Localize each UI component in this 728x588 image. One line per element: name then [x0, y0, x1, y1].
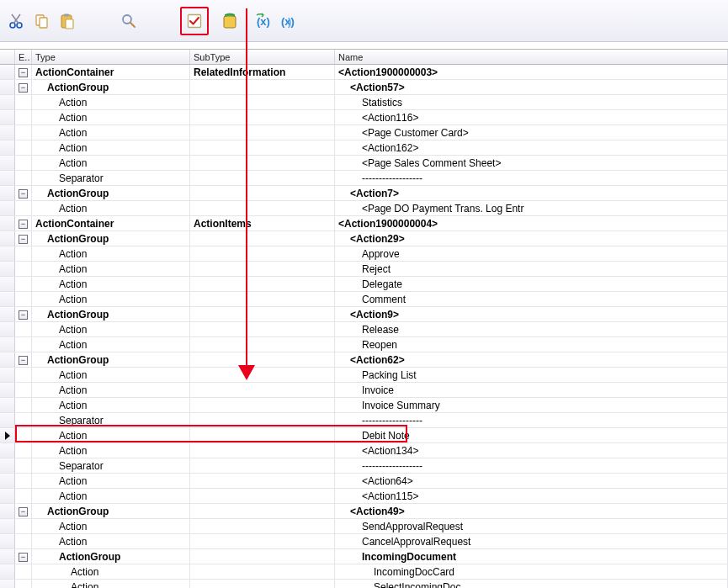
name-cell[interactable]: Reopen: [335, 337, 728, 352]
subtype-cell[interactable]: [190, 322, 335, 336]
type-cell[interactable]: Action: [32, 474, 190, 488]
table-row[interactable]: ActionRelease: [0, 322, 728, 337]
name-cell[interactable]: SendApprovalRequest: [335, 519, 728, 533]
subtype-cell[interactable]: [190, 443, 335, 458]
subtype-cell[interactable]: [190, 519, 335, 533]
name-cell[interactable]: <Page Customer Card>: [335, 125, 728, 140]
table-row[interactable]: −ActionGroup<Action62>: [0, 352, 728, 368]
type-cell[interactable]: Action: [32, 156, 190, 170]
table-row[interactable]: Action<Action115>: [0, 489, 728, 504]
type-cell[interactable]: Action: [32, 277, 190, 291]
subtype-cell[interactable]: [190, 489, 335, 503]
table-row[interactable]: ActionInvoice Summary: [0, 398, 728, 413]
expand-cell[interactable]: −: [15, 307, 32, 321]
type-cell[interactable]: Action: [32, 337, 190, 352]
table-row[interactable]: Action<Page DO Payment Trans. Log Entr: [0, 201, 728, 216]
subtype-cell[interactable]: [190, 564, 335, 579]
row-gutter[interactable]: [0, 201, 15, 215]
type-cell[interactable]: Action: [32, 246, 190, 261]
name-cell[interactable]: <Action62>: [335, 352, 728, 367]
row-gutter[interactable]: [0, 489, 15, 503]
search-button[interactable]: [118, 10, 140, 32]
table-row[interactable]: −ActionGroup<Action29>: [0, 231, 728, 246]
subtype-cell[interactable]: [190, 246, 335, 261]
row-gutter[interactable]: [0, 186, 15, 200]
name-cell[interactable]: Release: [335, 322, 728, 336]
name-cell[interactable]: SelectIncomingDoc: [335, 580, 728, 588]
row-gutter[interactable]: [0, 277, 15, 291]
row-gutter[interactable]: [0, 110, 15, 124]
subtype-cell[interactable]: [190, 292, 335, 306]
expand-cell[interactable]: −: [15, 549, 32, 564]
type-cell[interactable]: Action: [32, 443, 190, 458]
row-gutter[interactable]: [0, 80, 15, 94]
row-gutter[interactable]: [0, 140, 15, 155]
name-cell[interactable]: <Action64>: [335, 474, 728, 488]
name-cell[interactable]: <Action29>: [335, 231, 728, 246]
name-cell[interactable]: Invoice Summary: [335, 398, 728, 412]
type-cell[interactable]: Action: [32, 580, 190, 588]
name-cell[interactable]: <Action1900000003>: [335, 65, 728, 79]
subtype-cell[interactable]: [190, 398, 335, 412]
row-gutter[interactable]: [0, 428, 15, 442]
row-gutter[interactable]: [0, 65, 15, 79]
col-type[interactable]: Type: [32, 50, 190, 64]
subtype-cell[interactable]: [190, 534, 335, 548]
table-row[interactable]: ActionInvoice: [0, 383, 728, 398]
subtype-cell[interactable]: [190, 337, 335, 352]
row-gutter[interactable]: [0, 504, 15, 518]
type-cell[interactable]: Action: [32, 428, 190, 442]
table-row[interactable]: Action<Action116>: [0, 110, 728, 125]
type-cell[interactable]: Separator: [32, 413, 190, 427]
table-row[interactable]: ActionIncomingDocCard: [0, 564, 728, 580]
subtype-cell[interactable]: [190, 262, 335, 276]
subtype-cell[interactable]: [190, 171, 335, 185]
name-cell[interactable]: <Page Sales Comment Sheet>: [335, 156, 728, 170]
subtype-cell[interactable]: [190, 383, 335, 397]
subtype-cell[interactable]: [190, 368, 335, 382]
name-cell[interactable]: Debit Note: [335, 428, 728, 442]
table-row[interactable]: ActionReject: [0, 262, 728, 277]
table-row[interactable]: Separator------------------: [0, 171, 728, 186]
subtype-cell[interactable]: [190, 201, 335, 215]
expand-cell[interactable]: −: [15, 231, 32, 246]
collapse-icon[interactable]: −: [19, 356, 28, 365]
type-cell[interactable]: Action: [32, 383, 190, 397]
row-gutter[interactable]: [0, 95, 15, 109]
type-cell[interactable]: Action: [32, 140, 190, 155]
expand-cell[interactable]: −: [15, 65, 32, 79]
type-cell[interactable]: ActionGroup: [32, 504, 190, 518]
table-row[interactable]: −ActionGroup<Action9>: [0, 307, 728, 322]
row-gutter[interactable]: [0, 383, 15, 397]
subtype-cell[interactable]: RelatedInformation: [190, 65, 335, 79]
name-cell[interactable]: <Action7>: [335, 186, 728, 200]
row-gutter[interactable]: [0, 580, 15, 588]
table-row[interactable]: −ActionGroup<Action49>: [0, 504, 728, 519]
subtype-cell[interactable]: [190, 80, 335, 94]
expand-cell[interactable]: −: [15, 80, 32, 94]
row-gutter[interactable]: [0, 125, 15, 140]
row-gutter[interactable]: [0, 292, 15, 306]
table-row[interactable]: Action<Action64>: [0, 474, 728, 489]
table-row[interactable]: ActionApprove: [0, 246, 728, 262]
name-cell[interactable]: <Action115>: [335, 489, 728, 503]
row-gutter[interactable]: [0, 262, 15, 276]
name-cell[interactable]: <Action1900000004>: [335, 216, 728, 230]
row-gutter[interactable]: [0, 519, 15, 533]
row-gutter[interactable]: [0, 458, 15, 473]
subtype-cell[interactable]: [190, 156, 335, 170]
subtype-cell[interactable]: [190, 125, 335, 140]
table-row[interactable]: Action<Page Customer Card>: [0, 125, 728, 140]
row-gutter[interactable]: [0, 352, 15, 367]
table-row[interactable]: ActionDebit Note: [0, 428, 728, 443]
expand-cell[interactable]: −: [15, 352, 32, 367]
subtype-cell[interactable]: ActionItems: [190, 216, 335, 230]
subtype-cell[interactable]: [190, 580, 335, 588]
collapse-icon[interactable]: −: [19, 220, 28, 229]
name-cell[interactable]: <Action9>: [335, 307, 728, 321]
type-cell[interactable]: ActionContainer: [32, 216, 190, 230]
subtype-cell[interactable]: [190, 352, 335, 367]
expand-cell[interactable]: −: [15, 216, 32, 230]
row-gutter[interactable]: [0, 443, 15, 458]
type-cell[interactable]: ActionGroup: [32, 231, 190, 246]
